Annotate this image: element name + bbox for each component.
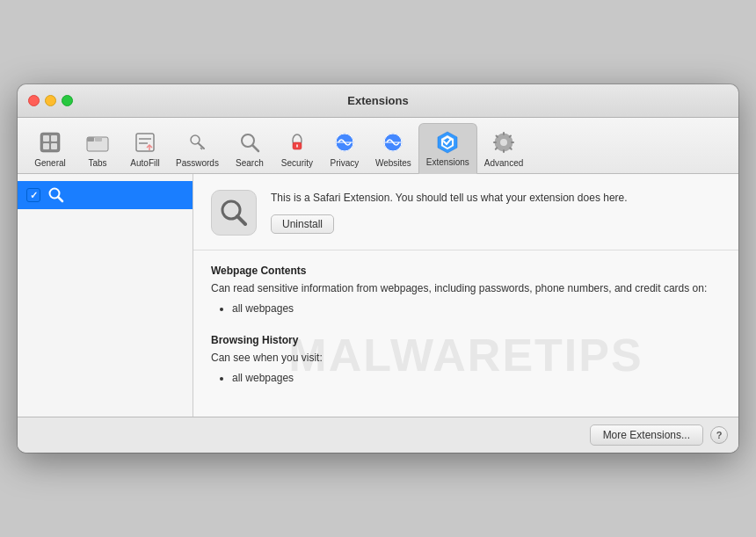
tab-extensions-label: Extensions (426, 157, 469, 167)
tab-tabs-label: Tabs (88, 158, 106, 168)
traffic-lights (28, 95, 73, 106)
svg-rect-32 (503, 149, 505, 153)
minimize-button[interactable] (45, 95, 56, 106)
webpage-contents-list: all webpages (211, 300, 721, 317)
tab-search[interactable]: Search (226, 125, 273, 173)
svg-line-42 (237, 216, 245, 224)
svg-rect-6 (87, 137, 94, 142)
close-button[interactable] (28, 95, 40, 106)
svg-line-40 (58, 197, 62, 201)
extension-sidebar-icon (47, 186, 65, 204)
tab-security-label: Security (281, 158, 313, 168)
tab-autofill-label: AutoFill (130, 158, 159, 168)
tab-general-label: General (34, 158, 66, 168)
extension-large-icon (211, 190, 257, 236)
svg-rect-33 (493, 142, 497, 143)
autofill-icon (131, 128, 159, 156)
tab-advanced[interactable]: Advanced (477, 125, 530, 173)
sidebar-item-search-ext[interactable] (18, 181, 193, 209)
tab-security[interactable]: Security (273, 125, 321, 173)
help-button[interactable]: ? (710, 426, 728, 444)
uninstall-button[interactable]: Uninstall (271, 214, 334, 234)
svg-rect-1 (43, 135, 49, 142)
browsing-history-list: all webpages (211, 369, 721, 387)
svg-line-14 (200, 148, 202, 149)
browsing-history-section: Browsing History Can see when you visit:… (211, 334, 721, 387)
extension-detail-panel: MALWARETIPS This is a Safari Extension. … (193, 174, 738, 417)
svg-rect-3 (43, 143, 49, 149)
maximize-button[interactable] (62, 95, 73, 106)
webpage-contents-title: Webpage Contents (211, 265, 721, 277)
svg-line-16 (252, 146, 258, 152)
tab-privacy[interactable]: Privacy (321, 125, 368, 173)
svg-rect-2 (51, 135, 57, 142)
svg-point-30 (500, 139, 507, 146)
footer: More Extensions... ? (18, 417, 738, 453)
list-item: all webpages (232, 369, 721, 387)
general-icon (36, 128, 64, 156)
window-title: Extensions (347, 94, 408, 107)
tab-passwords[interactable]: Passwords (169, 125, 226, 173)
tab-privacy-label: Privacy (331, 158, 360, 168)
extensions-icon (433, 127, 462, 156)
list-item: all webpages (232, 300, 721, 317)
extension-description: This is a Safari Extension. You should t… (271, 190, 721, 206)
extension-header: This is a Safari Extension. You should t… (193, 174, 738, 250)
tabs-icon (84, 128, 112, 156)
tab-autofill[interactable]: AutoFill (121, 125, 169, 173)
svg-rect-8 (136, 134, 154, 151)
svg-rect-4 (51, 143, 57, 149)
svg-rect-34 (511, 142, 514, 143)
advanced-icon (490, 128, 518, 156)
permissions-section: Webpage Contents Can read sensitive info… (193, 250, 738, 417)
browsing-history-desc: Can see when you visit: (211, 350, 721, 366)
browsing-history-title: Browsing History (211, 334, 721, 346)
extension-checkbox[interactable] (26, 188, 40, 202)
titlebar: Extensions (18, 84, 738, 118)
security-icon (283, 128, 311, 156)
passwords-icon (183, 128, 211, 156)
svg-rect-7 (95, 137, 102, 142)
tab-advanced-label: Advanced (484, 158, 523, 168)
webpage-contents-section: Webpage Contents Can read sensitive info… (211, 265, 721, 317)
tab-websites[interactable]: Websites (368, 125, 418, 173)
svg-rect-31 (503, 132, 505, 135)
extension-info: This is a Safari Extension. You should t… (271, 190, 721, 234)
websites-icon (379, 128, 407, 156)
extensions-sidebar (18, 174, 193, 417)
privacy-icon (331, 128, 359, 156)
more-extensions-button[interactable]: More Extensions... (590, 425, 703, 446)
tab-extensions[interactable]: Extensions (418, 123, 477, 174)
tab-general[interactable]: General (26, 125, 74, 173)
tab-passwords-label: Passwords (176, 158, 219, 168)
tab-tabs[interactable]: Tabs (74, 125, 121, 173)
content-area: MALWARETIPS This is a Safari Extension. … (18, 174, 738, 417)
toolbar: General Tabs (18, 118, 738, 174)
tab-websites-label: Websites (375, 158, 411, 168)
safari-preferences-window: Extensions General (18, 84, 738, 453)
webpage-contents-desc: Can read sensitive information from webp… (211, 280, 721, 296)
tab-search-label: Search (236, 158, 264, 168)
search-toolbar-icon (236, 128, 264, 156)
